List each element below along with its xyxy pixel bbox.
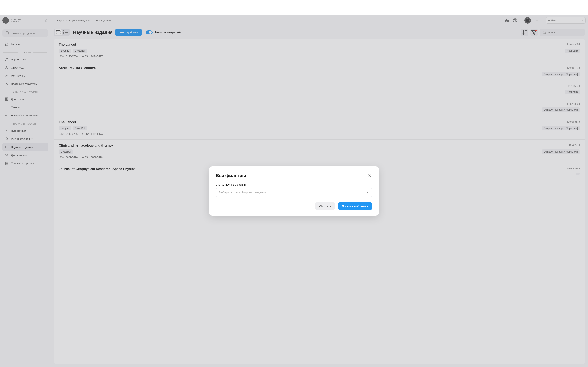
apply-button[interactable]: Показать выбранные [338, 202, 372, 210]
modal-title: Все фильтры [216, 173, 246, 178]
close-button[interactable] [367, 173, 372, 178]
reset-button[interactable]: Сбросить [315, 202, 335, 210]
chevron-down-icon [366, 191, 369, 194]
field-label: Статус Научного издания [216, 183, 372, 186]
filter-modal: Все фильтры Статус Научного издания Выбе… [209, 166, 379, 216]
close-icon [367, 173, 372, 178]
status-select[interactable]: Выберите статус Научного издания [216, 188, 372, 197]
select-placeholder: Выберите статус Научного издания [219, 191, 266, 194]
modal-backdrop[interactable]: Все фильтры Статус Научного издания Выбе… [0, 15, 588, 367]
top-spacer [0, 0, 588, 15]
